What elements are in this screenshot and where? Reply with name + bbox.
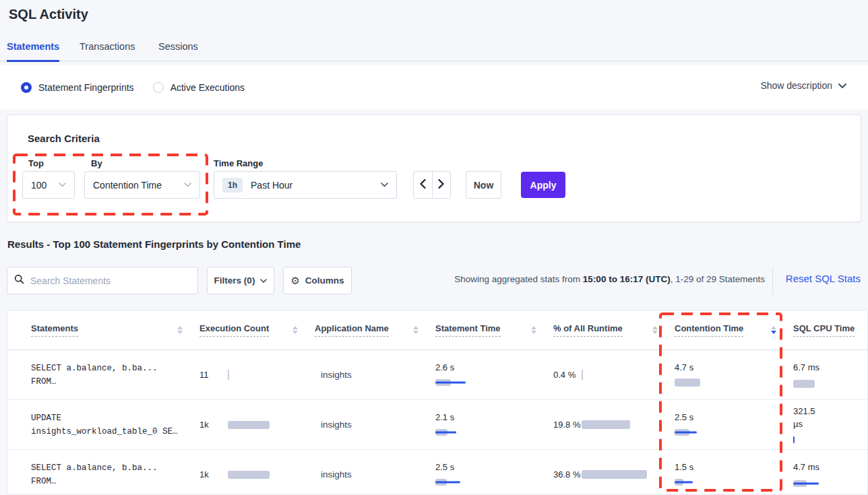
statement-time-bar <box>435 377 553 387</box>
sort-icon[interactable] <box>413 326 418 334</box>
execution-count-bar <box>228 370 235 380</box>
search-statements-box <box>7 267 198 294</box>
statement-time-cell: 2.6 s <box>435 362 553 387</box>
divider <box>772 267 773 294</box>
table-row[interactable]: UPDATE insights_workload_table_0 SE… 1k … <box>7 400 867 450</box>
results-heading: Results - Top 100 Statement Fingerprints… <box>7 238 301 250</box>
column-header-runtime-pct[interactable]: % of All Runtime <box>553 323 675 337</box>
runtime-pct-cell: 0.4 % <box>553 368 675 381</box>
active-tab-underline <box>7 60 59 62</box>
statement-time-cell: 2.1 s <box>435 412 553 437</box>
statement-fingerprint-link[interactable]: UPDATE insights_workload_table_0 SE… <box>31 411 199 438</box>
chevron-down-icon <box>381 183 388 187</box>
chevron-right-icon <box>438 179 444 191</box>
time-step-group <box>413 171 451 199</box>
chevron-down-icon <box>184 183 191 187</box>
next-time-button[interactable] <box>433 172 451 198</box>
column-header-contention-time[interactable]: Contention Time <box>675 323 793 337</box>
application-name-cell: insights <box>315 420 435 430</box>
sort-icon[interactable] <box>531 326 536 334</box>
execution-count-cell: 1k <box>199 469 315 480</box>
contention-time-bar <box>675 377 793 387</box>
sql-cpu-time-cell: 6.7 ms <box>793 361 868 389</box>
column-header-application-name[interactable]: Application Name <box>315 323 435 337</box>
by-label: By <box>91 158 102 168</box>
application-name-cell: insights <box>315 370 435 380</box>
time-range-label: Time Range <box>214 158 263 168</box>
time-range-select[interactable]: 1h Past Hour <box>214 171 397 199</box>
table-header-row: Statements Execution Count Application N… <box>7 310 867 350</box>
search-criteria-title: Search Criteria <box>28 133 100 144</box>
contention-time-bar <box>675 477 793 487</box>
column-header-statements[interactable]: Statements <box>31 323 199 337</box>
contention-time-cell: 1.5 s <box>675 462 793 487</box>
tab-statements[interactable]: Statements <box>7 41 59 52</box>
search-criteria-card: Search Criteria Top 100 By Contention Ti… <box>7 114 861 222</box>
table-row[interactable]: SELECT a.balance, b.ba... FROM… 11 insig… <box>7 350 867 400</box>
top-select[interactable]: 100 <box>22 171 75 199</box>
tab-sessions[interactable]: Sessions <box>158 41 198 52</box>
execution-count-cell: 1k <box>199 420 315 430</box>
statement-fingerprint-link[interactable]: SELECT a.balance, b.ba... FROM… <box>31 461 199 488</box>
chevron-left-icon <box>420 179 426 191</box>
tab-transactions[interactable]: Transactions <box>80 41 135 52</box>
sql-cpu-time-bar <box>793 478 868 488</box>
table-row[interactable]: SELECT a.balance, b.ba... FROM… 1k insig… <box>7 450 867 495</box>
search-statements-input[interactable] <box>30 275 191 286</box>
runtime-pct-bar <box>582 420 630 430</box>
columns-button[interactable]: ⚙ Columns <box>283 267 352 294</box>
execution-count-bar <box>228 420 270 430</box>
execution-count-bar <box>228 469 270 480</box>
gear-icon: ⚙ <box>290 275 299 287</box>
statement-time-bar <box>435 427 553 437</box>
sort-icon-active-desc[interactable] <box>771 326 776 334</box>
apply-button[interactable]: Apply <box>521 172 565 198</box>
show-description-toggle[interactable]: Show description <box>760 80 846 91</box>
runtime-pct-cell: 19.8 % <box>553 418 675 431</box>
runtime-pct-cell: 36.8 % <box>553 468 675 481</box>
execution-count-cell: 11 <box>199 370 315 380</box>
chevron-down-icon <box>838 84 846 88</box>
time-range-badge: 1h <box>222 178 243 193</box>
tab-bar: Statements Transactions Sessions <box>0 39 868 61</box>
search-icon <box>14 274 24 287</box>
sort-icon[interactable] <box>652 326 658 334</box>
column-header-sql-cpu-time[interactable]: SQL CPU Time <box>793 323 868 337</box>
sort-icon[interactable] <box>177 326 183 334</box>
contention-time-bar <box>675 427 793 437</box>
contention-time-cell: 4.7 s <box>675 362 793 387</box>
filters-button[interactable]: Filters (0) <box>207 267 274 294</box>
now-button[interactable]: Now <box>466 171 501 199</box>
sql-cpu-time-bar <box>793 378 868 389</box>
chevron-down-icon <box>59 183 66 187</box>
showing-stats-text: Showing aggregated stats from 15:00 to 1… <box>454 274 765 284</box>
statement-fingerprint-link[interactable]: SELECT a.balance, b.ba... FROM… <box>31 362 199 389</box>
application-name-cell: insights <box>315 469 435 480</box>
top-label: Top <box>28 158 44 168</box>
radio-statement-fingerprints[interactable]: Statement Fingerprints <box>21 82 134 93</box>
prev-time-button[interactable] <box>414 172 433 198</box>
statement-time-cell: 2.5 s <box>435 462 553 487</box>
runtime-pct-bar <box>582 469 647 480</box>
radio-unselected-icon[interactable] <box>153 82 164 93</box>
by-select[interactable]: Contention Time <box>84 171 200 199</box>
statements-table: Statements Execution Count Application N… <box>7 310 868 495</box>
reset-sql-stats-link[interactable]: Reset SQL Stats <box>786 273 861 284</box>
sql-cpu-time-bar <box>793 435 868 445</box>
sort-icon[interactable] <box>292 326 298 334</box>
radio-selected-icon[interactable] <box>21 82 32 93</box>
sql-activity-page: SQL Activity Statements Transactions Ses… <box>0 0 868 495</box>
column-header-statement-time[interactable]: Statement Time <box>435 323 553 337</box>
sql-cpu-time-cell: 4.7 ms <box>793 461 868 488</box>
contention-time-cell: 2.5 s <box>675 412 793 437</box>
runtime-pct-bar <box>582 370 588 380</box>
column-header-execution-count[interactable]: Execution Count <box>199 323 315 337</box>
sql-cpu-time-cell: 321.5 µs <box>793 405 868 445</box>
statement-time-bar <box>435 477 553 487</box>
radio-active-executions[interactable]: Active Executions <box>153 82 245 93</box>
page-title: SQL Activity <box>9 7 88 22</box>
chevron-down-icon <box>260 279 267 283</box>
view-mode-band: Statement Fingerprints Active Executions… <box>0 65 868 109</box>
